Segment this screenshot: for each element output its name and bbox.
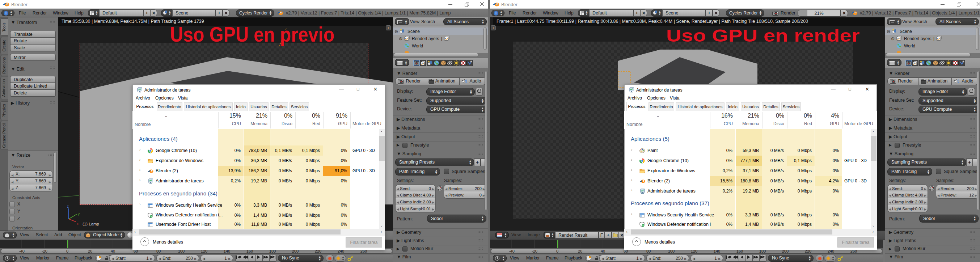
svg-text:0: 0 [556,249,558,253]
svg-text:y: y [78,212,80,216]
svg-text:20: 20 [578,249,582,253]
svg-text:x: x [77,222,78,226]
svg-text:40: 40 [601,249,605,253]
svg-text:z: z [67,205,69,208]
svg-text:-20: -20 [41,249,48,253]
svg-text:-40: -40 [19,249,25,253]
svg-text:40: 40 [111,249,115,253]
svg-text:-40: -40 [509,249,515,253]
svg-text:20: 20 [88,249,92,253]
svg-text:0: 0 [66,249,68,253]
svg-text:-20: -20 [531,249,538,253]
